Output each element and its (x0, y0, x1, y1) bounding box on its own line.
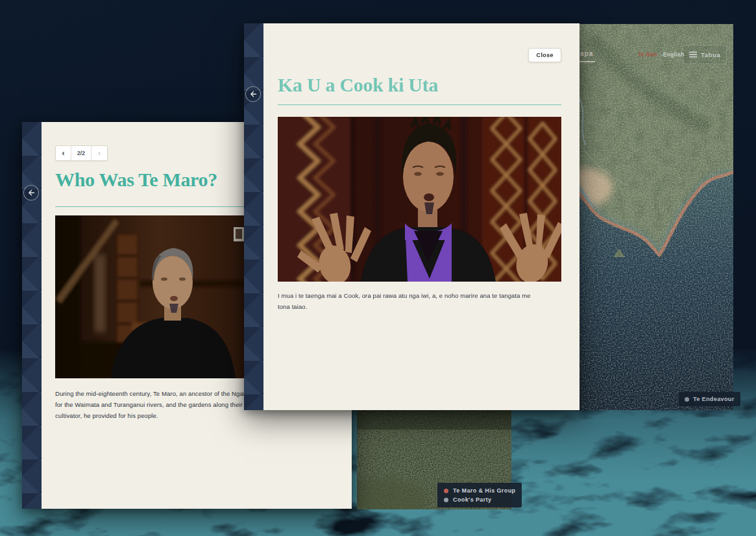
paragraph-line: During the mid-eighteenth century, Te Ma… (55, 388, 247, 399)
chevron-right-icon: › (98, 149, 101, 158)
interview-video-still (278, 117, 561, 282)
chevron-left-icon: ‹ (62, 149, 65, 158)
pagination-next-button[interactable]: › (91, 146, 107, 160)
title-underline (278, 104, 561, 105)
story-panel-ka-u-a-cook: Close Ka U a Cook ki Uta (244, 23, 579, 410)
menu-button[interactable]: Tahua (683, 45, 727, 64)
endeavour-map-badge[interactable]: Te Endeavour (679, 392, 740, 406)
panel-paragraph: I mua i te taenga mai a Cook, ora pai ra… (278, 290, 531, 312)
hamburger-icon (689, 51, 697, 58)
panel-title: Ka U a Cook ki Uta (278, 74, 438, 96)
pagination-indicator: 2/2 (71, 146, 91, 160)
legend-item: Cook's Party (444, 496, 515, 503)
panel-side-strip (22, 122, 42, 509)
language-option-english[interactable]: English (663, 51, 685, 58)
language-option-te-reo[interactable]: Te Reo (638, 51, 657, 58)
marker-dot (685, 397, 689, 402)
marker-dot (444, 498, 448, 502)
panel-title: Who Was Te Maro? (55, 169, 217, 191)
legend-item: Te Maro & His Group (444, 487, 515, 494)
paragraph-line: I mua i te taenga mai a Cook, ora pai ra… (278, 290, 531, 301)
language-separator: · (659, 51, 661, 58)
paragraph-line: for the Waimata and Turanganui rivers, a… (55, 399, 247, 410)
legend-item-label: Te Maro & His Group (453, 487, 515, 494)
arrow-left-icon (249, 90, 258, 99)
language-toggle[interactable]: Te Reo·English (638, 51, 684, 58)
back-button[interactable] (23, 185, 39, 201)
map-legend: Te Maro & His Group Cook's Party (437, 483, 522, 507)
panel-paragraph: During the mid-eighteenth century, Te Ma… (55, 388, 247, 421)
legend-item-label: Cook's Party (453, 496, 491, 503)
endeavour-badge-label: Te Endeavour (693, 396, 735, 402)
paragraph-line: cultivator, he provided for his people. (55, 410, 247, 421)
pagination-prev-button[interactable]: ‹ (56, 146, 71, 160)
arrow-left-icon (27, 188, 36, 197)
close-button[interactable]: Close (528, 48, 561, 62)
pagination: ‹ 2/2 › (55, 145, 108, 161)
menu-label: Tahua (701, 51, 720, 58)
marker-dot (444, 489, 448, 493)
panel-side-strip (244, 23, 263, 410)
paragraph-line: tona taiao. (278, 301, 531, 312)
back-button[interactable] (245, 86, 261, 102)
